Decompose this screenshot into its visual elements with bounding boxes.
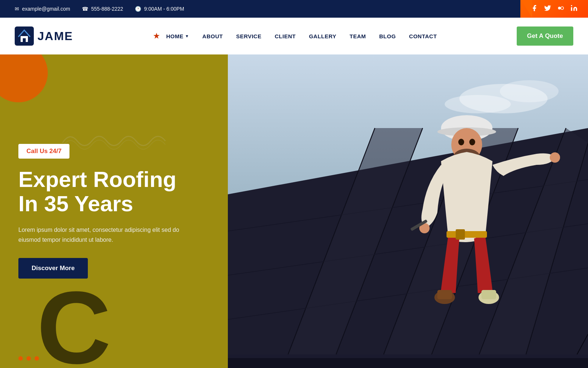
svg-rect-29 [447, 231, 487, 238]
email-contact: ✉ example@gmail.com [15, 6, 70, 12]
email-text: example@gmail.com [22, 6, 70, 12]
svg-point-7 [500, 80, 559, 102]
star-icon: ★ [153, 31, 160, 41]
phone-contact: ☎ 555-888-2222 [82, 6, 123, 12]
linkedin-icon[interactable] [570, 4, 578, 14]
clock-icon: 🕐 [135, 6, 141, 12]
decorative-blob [0, 54, 48, 102]
get-quote-button[interactable]: Get A Quote [517, 26, 573, 46]
hours-contact: 🕐 9:00AM - 6:00PM [135, 6, 184, 12]
worker-scene [228, 54, 588, 368]
phone-icon: ☎ [82, 6, 88, 12]
flickr-icon[interactable] [557, 4, 564, 14]
svg-point-0 [558, 7, 561, 10]
dot-3 [35, 356, 39, 361]
twitter-icon[interactable] [544, 4, 551, 14]
decorative-c: C [37, 276, 111, 368]
svg-point-27 [458, 139, 464, 145]
nav-blog[interactable]: BLOG [379, 33, 396, 39]
svg-rect-30 [456, 229, 465, 240]
svg-point-33 [550, 152, 560, 163]
logo-icon [15, 26, 34, 46]
hero-title: Expert Roofing In 35 Years [18, 167, 209, 216]
hero-description: Lorem ipsum dolor sit amet, consectetur … [18, 225, 202, 245]
nav-service[interactable]: SERVICE [236, 33, 261, 39]
svg-rect-5 [23, 38, 26, 42]
call-badge: Call Us 24/7 [18, 144, 69, 159]
hero-title-line2: In 35 Years [18, 191, 133, 216]
svg-rect-39 [228, 354, 588, 358]
hero-title-line1: Expert Roofing [18, 167, 176, 192]
nav-gallery[interactable]: GALLERY [309, 33, 337, 39]
discover-more-button[interactable]: Discover More [18, 258, 88, 279]
top-bar: ✉ example@gmail.com ☎ 555-888-2222 🕐 9:0… [0, 0, 588, 18]
logo: JAME [15, 26, 73, 46]
nav-about[interactable]: ABOUT [202, 33, 223, 39]
svg-point-1 [561, 7, 564, 10]
hours-text: 9:00AM - 6:00PM [144, 6, 184, 12]
dot-2 [26, 356, 31, 361]
nav-team[interactable]: TEAM [349, 33, 366, 39]
roof-seams [228, 54, 588, 368]
svg-rect-35 [437, 290, 452, 299]
navbar: JAME ★ HOME ▼ ABOUT SERVICE CLIENT GALLE… [0, 18, 588, 54]
hero-left-panel: C Call Us 24/7 Expert Roofing In 35 Year… [0, 54, 228, 368]
top-bar-left: ✉ example@gmail.com ☎ 555-888-2222 🕐 9:0… [15, 6, 184, 12]
nav-home[interactable]: HOME ▼ [166, 33, 189, 39]
phone-text: 555-888-2222 [91, 6, 123, 12]
nav-contact[interactable]: CONTACT [409, 33, 437, 39]
facebook-icon[interactable] [531, 4, 538, 14]
swirl-decoration [59, 128, 169, 150]
social-links [520, 0, 588, 18]
svg-point-2 [571, 5, 572, 6]
hero-right-panel [228, 54, 588, 368]
logo-text: JAME [37, 29, 73, 43]
nav-client[interactable]: CLIENT [275, 33, 295, 39]
svg-point-8 [445, 95, 511, 113]
email-icon: ✉ [15, 6, 19, 12]
svg-point-28 [469, 139, 475, 145]
svg-rect-37 [481, 290, 496, 299]
nav-links: HOME ▼ ABOUT SERVICE CLIENT GALLERY TEAM… [166, 33, 437, 39]
chevron-down-icon: ▼ [185, 34, 189, 38]
dot-1 [18, 356, 23, 361]
decorative-dots [18, 356, 39, 361]
hero-section: C Call Us 24/7 Expert Roofing In 35 Year… [0, 54, 588, 368]
